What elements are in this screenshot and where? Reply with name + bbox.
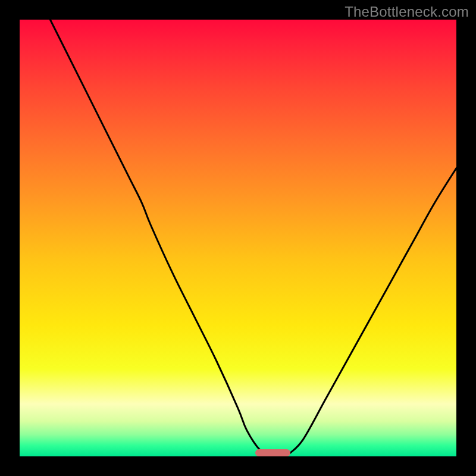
right-curve — [290, 168, 456, 453]
plot-area — [20, 20, 456, 456]
left-curve — [50, 20, 268, 453]
watermark-text: TheBottleneck.com — [345, 4, 469, 20]
curves-layer — [20, 20, 456, 456]
chart-frame: TheBottleneck.com — [0, 0, 476, 476]
trough-marker — [255, 449, 290, 456]
